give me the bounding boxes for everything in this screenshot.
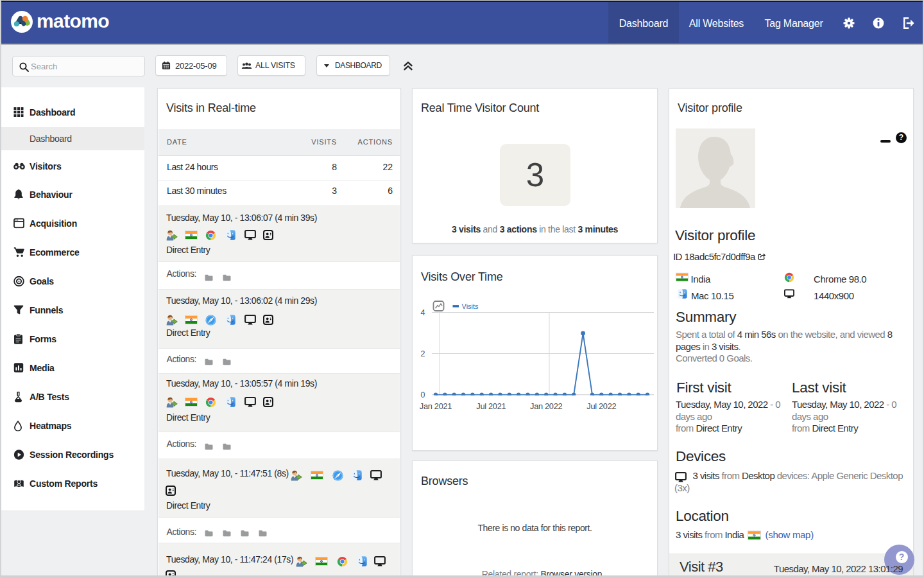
- svg-text:4: 4: [421, 308, 425, 317]
- svg-text:0: 0: [421, 390, 425, 399]
- svg-text:Jul 2021: Jul 2021: [476, 401, 506, 411]
- svg-text:Visits: Visits: [462, 302, 479, 310]
- svg-text:2: 2: [421, 349, 425, 358]
- svg-text:Jan 2022: Jan 2022: [530, 401, 562, 411]
- svg-text:Jan 2021: Jan 2021: [420, 401, 452, 411]
- svg-text:Jul 2022: Jul 2022: [586, 401, 616, 411]
